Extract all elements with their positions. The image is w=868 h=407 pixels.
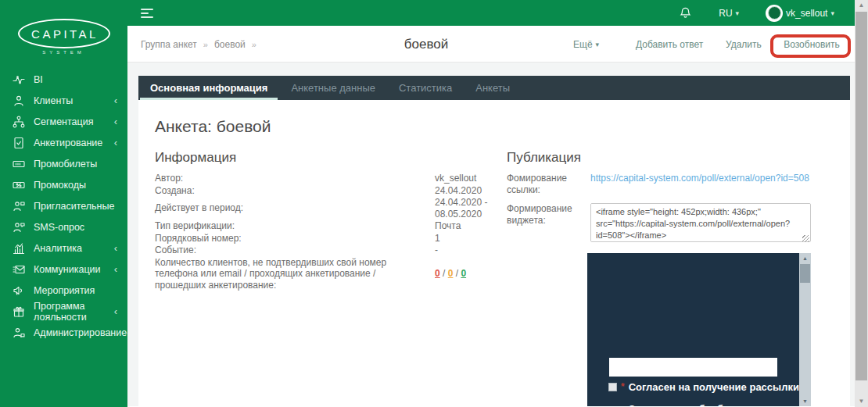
brand-name: CAPITAL	[29, 27, 99, 41]
sidebar-item-segmentation[interactable]: Сегментация ‹	[0, 111, 127, 132]
external-poll-link[interactable]: https://capital-system.com/poll/external…	[590, 173, 811, 195]
info-value: 1	[435, 233, 507, 245]
scrollbar-thumb[interactable]	[855, 12, 867, 380]
chevron-down-icon: ▾	[736, 9, 740, 17]
scroll-down-icon[interactable]: ▼	[799, 396, 811, 406]
tab-label: Анкетные данные	[291, 82, 375, 94]
info-value: 24.04.2020 - 08.05.2020	[435, 197, 507, 220]
info-row-author: Автор: vk_sellout	[155, 173, 507, 184]
document-check-icon	[13, 137, 25, 149]
preview-scrollbar[interactable]: ▲ ▼	[799, 253, 811, 406]
sidebar-item-sms-poll[interactable]: SMS-опрос	[0, 216, 127, 237]
widget-code-textarea[interactable]: <iframe style="height: 452px;width: 436p…	[590, 203, 811, 242]
page-scrollbar[interactable]: ▲ ▼	[855, 0, 868, 407]
scroll-up-icon[interactable]: ▲	[855, 0, 868, 11]
person-icon	[13, 95, 25, 107]
sidebar-item-surveys[interactable]: Анкетирование ‹	[0, 132, 127, 153]
chevron-left-icon: ‹	[114, 95, 117, 105]
notifications-bell-icon[interactable]	[679, 6, 692, 20]
delete-button[interactable]: Удалить	[726, 26, 762, 62]
language-label: RU	[719, 8, 732, 19]
info-row-created: Создана: 24.04.2020	[155, 185, 507, 197]
chevron-left-icon: ‹	[114, 264, 117, 274]
tab-questionnaires[interactable]: Анкеты	[464, 76, 522, 100]
topbar: RU ▾ vk_sellout ▾	[127, 0, 855, 26]
chevron-left-icon: ‹	[114, 137, 117, 148]
info-row-event: Событие: -	[155, 245, 507, 256]
sidebar-item-promo-codes[interactable]: Промокоды	[0, 174, 127, 195]
tab-questionnaire-data[interactable]: Анкетные данные	[279, 76, 387, 100]
publication-section: Публикация Фомирование ссылки: https://c…	[507, 150, 841, 406]
sidebar-item-label: BI	[34, 74, 43, 85]
brand-logo[interactable]: CAPITAL SYSTEM	[0, 0, 127, 55]
tab-bar: Основная информация Анкетные данные Стат…	[138, 76, 850, 100]
sidebar-item-administration[interactable]: Администрирование ‹	[0, 322, 127, 343]
client-counts: 0 / 0 / 0	[435, 268, 507, 280]
info-label: Тип верификации:	[155, 220, 435, 232]
chevron-left-icon: ‹	[114, 306, 117, 316]
page-title: боевой	[404, 26, 448, 62]
scroll-down-icon[interactable]: ▼	[855, 396, 868, 407]
sidebar-item-promo-tickets[interactable]: Промобилеты	[0, 153, 127, 174]
info-value: -	[435, 245, 507, 256]
sidebar-item-loyalty[interactable]: Программа лояльности ‹	[0, 301, 127, 322]
more-label: Ещё	[573, 39, 593, 50]
link-row: Фомирование ссылки: https://capital-syst…	[507, 173, 841, 195]
sidebar-item-label: Мероприятия	[34, 285, 95, 296]
tab-statistics[interactable]: Статистика	[387, 76, 464, 100]
tab-main-info[interactable]: Основная информация	[138, 76, 279, 100]
add-answer-button[interactable]: Добавить ответ	[636, 26, 703, 62]
sidebar-item-analytics[interactable]: Аналитика ‹	[0, 237, 127, 259]
required-mark: *	[621, 381, 625, 392]
more-button[interactable]: Ещё ▾	[573, 26, 599, 62]
menu-toggle-icon[interactable]	[141, 9, 153, 18]
consent-mailing-checkbox[interactable]	[608, 383, 617, 391]
sidebar-item-label: Промобилеты	[34, 159, 97, 170]
count-separator: /	[453, 268, 461, 279]
scrollbar-thumb[interactable]	[800, 264, 810, 283]
info-section-title: Информация	[155, 150, 507, 166]
breadcrumb-item-poll[interactable]: боевой	[214, 39, 246, 50]
gift-icon	[13, 305, 25, 318]
count-not-confirmed-link[interactable]: 0	[435, 268, 440, 279]
tab-label: Основная информация	[150, 82, 267, 94]
sidebar-item-events[interactable]: Мероприятия	[0, 280, 127, 301]
app-window: CAPITAL SYSTEM BI Клиенты ‹ Сегментация …	[0, 0, 868, 407]
breadcrumb-item-group[interactable]: Группа анкет	[141, 39, 197, 50]
info-label: Создана:	[155, 185, 435, 197]
sidebar-item-label: Программа лояльности	[34, 301, 114, 323]
avatar	[766, 5, 783, 22]
count-separator: /	[440, 268, 448, 279]
user-menu[interactable]: vk_sellout ▾	[766, 5, 834, 22]
chevron-left-icon: ‹	[114, 116, 117, 127]
card-body: Анкета: боевой Информация Автор: vk_sell…	[138, 100, 850, 406]
logo-oval: CAPITAL	[18, 19, 110, 48]
sidebar-item-invitations[interactable]: Пригласительные	[0, 195, 127, 216]
envelope-icon	[13, 263, 25, 276]
preview-text-input[interactable]	[609, 358, 777, 377]
info-section: Информация Автор: vk_sellout Создана: 24…	[155, 150, 507, 406]
sidebar-item-clients[interactable]: Клиенты ‹	[0, 90, 127, 111]
sidebar-item-label: Клиенты	[34, 95, 73, 106]
main-area: Группа анкет » боевой » боевой Ещё ▾ Доб…	[127, 26, 855, 407]
info-row-verification: Тип верификации: Почта	[155, 220, 507, 232]
sidebar-item-bi[interactable]: BI	[0, 69, 127, 90]
count-completed-link[interactable]: 0	[461, 268, 466, 279]
info-value: Почта	[435, 220, 507, 232]
resize-handle[interactable]	[802, 235, 809, 242]
sidebar-item-label: Администрирование	[34, 327, 127, 338]
info-row-order: Порядковый номер: 1	[155, 233, 507, 245]
scroll-up-icon[interactable]: ▲	[799, 253, 811, 263]
language-selector[interactable]: RU ▾	[719, 8, 739, 19]
resume-button[interactable]: Возобновить	[783, 26, 841, 62]
sidebar-item-communications[interactable]: Коммуникации ‹	[0, 259, 127, 280]
info-value: 24.04.2020	[435, 185, 507, 197]
info-label: Порядковый номер:	[155, 233, 435, 245]
page-header-bar: Группа анкет » боевой » боевой Ещё ▾ Доб…	[127, 26, 855, 62]
poll-heading: Анкета: боевой	[155, 117, 841, 136]
info-value: vk_sellout	[435, 173, 507, 184]
brand-tagline: SYSTEM	[42, 50, 85, 55]
sidebar-item-label: Пригласительные	[34, 201, 114, 212]
info-row-client-counts: Количество клиентов, не подтвердивших св…	[155, 257, 507, 291]
info-label: Автор:	[155, 173, 435, 184]
